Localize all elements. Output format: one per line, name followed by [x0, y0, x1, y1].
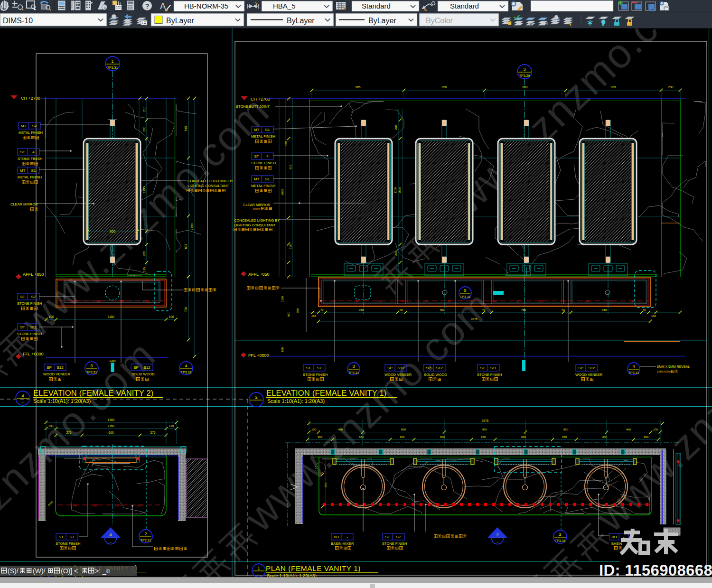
svg-text:100: 100: [653, 428, 658, 431]
svg-text:200: 200: [394, 251, 397, 256]
svg-text:WOOD VENEER: WOOD VENEER: [43, 372, 71, 376]
svg-text:850: 850: [563, 428, 569, 431]
svg-text:BH: BH: [334, 535, 339, 539]
svg-text:LED: LED: [137, 504, 142, 507]
svg-text:AFFL +850: AFFL +850: [23, 272, 44, 277]
svg-text:275: 275: [66, 431, 72, 434]
svg-text:CH +2700: CH +2700: [21, 96, 40, 101]
svg-text:METAL FINISH: METAL FINISH: [18, 175, 42, 179]
svg-text:ELEVATION (FEMALE VANITY 2): ELEVATION (FEMALE VANITY 2): [33, 389, 154, 397]
svg-text:780: 780: [521, 308, 526, 311]
svg-text:S12: S12: [56, 365, 64, 370]
svg-text:3475: 3475: [471, 317, 478, 320]
svg-text:3675: 3675: [482, 419, 489, 422]
svg-text:1360: 1360: [108, 418, 115, 421]
svg-text:ByColor: ByColor: [426, 17, 453, 25]
svg-text:4: 4: [21, 393, 24, 398]
svg-text:2700: 2700: [190, 223, 194, 230]
svg-text:S11: S11: [490, 366, 497, 370]
svg-text:2: 2: [496, 532, 498, 537]
svg-text:S11: S11: [30, 325, 37, 329]
svg-text:1: 1: [257, 566, 260, 570]
svg-text:600: 600: [109, 431, 114, 434]
svg-text:STONE FINISH: STONE FINISH: [17, 301, 42, 306]
svg-text:780: 780: [440, 308, 445, 311]
svg-text:70: 70: [562, 308, 565, 311]
svg-text:Standard: Standard: [450, 2, 479, 10]
svg-text:135: 135: [143, 267, 146, 272]
svg-text:615: 615: [289, 244, 292, 249]
svg-text:TP3.31: TP3.31: [460, 295, 471, 299]
svg-text:PLAN (FEMALE VANITY 1): PLAN (FEMALE VANITY 1): [266, 564, 361, 572]
svg-text:250: 250: [400, 436, 405, 439]
svg-text:260: 260: [318, 436, 323, 439]
svg-text:ID: 1156908668: ID: 1156908668: [599, 561, 712, 579]
svg-text:TP3.29: TP3.29: [519, 74, 530, 77]
svg-text:S7: S7: [70, 535, 75, 539]
svg-text:(O)] <: (O)] <: [61, 567, 78, 575]
svg-text:(W)/: (W)/: [33, 567, 46, 575]
svg-text:HB-NORM-35: HB-NORM-35: [184, 2, 228, 10]
svg-text:100: 100: [651, 315, 656, 317]
svg-text:>: _e: >: _e: [95, 567, 110, 575]
svg-text:LED: LED: [143, 300, 149, 303]
svg-text:1: 1: [111, 59, 113, 64]
svg-text:SP: SP: [426, 366, 431, 370]
svg-text:S2: S2: [32, 124, 37, 128]
svg-text:SP: SP: [133, 365, 139, 370]
svg-text:CLEAR MIRROR: CLEAR MIRROR: [243, 203, 271, 207]
svg-text:WOOD VENEER: WOOD VENEER: [575, 373, 603, 377]
svg-text:STONE BUTT JOINT: STONE BUTT JOINT: [236, 104, 270, 109]
svg-text:LED: LED: [115, 504, 121, 507]
svg-text:AFFL +850: AFFL +850: [248, 272, 269, 277]
svg-text:420: 420: [284, 141, 287, 146]
svg-text:850: 850: [523, 85, 528, 89]
svg-text:CONCEALED LIGHTING BY: CONCEALED LIGHTING BY: [187, 179, 233, 183]
svg-text:LED: LED: [377, 300, 383, 303]
svg-text:SOLID WOOD: SOLID WOOD: [131, 372, 155, 376]
svg-text:ST: ST: [254, 154, 259, 159]
svg-text:5MM X 5MM REVEAL: 5MM X 5MM REVEAL: [657, 365, 690, 368]
svg-text:210: 210: [142, 106, 146, 112]
svg-text:200: 200: [394, 125, 397, 130]
svg-text:STONE FINISH: STONE FINISH: [18, 157, 42, 161]
svg-text:Standard: Standard: [362, 2, 391, 10]
svg-text:ST: ST: [480, 366, 485, 370]
svg-text:MT: MT: [21, 124, 27, 128]
svg-text:STONE FINISH: STONE FINISH: [56, 541, 80, 546]
svg-text:600: 600: [359, 436, 364, 439]
svg-text:615: 615: [184, 126, 187, 131]
svg-text:FFL +0000: FFL +0000: [23, 352, 43, 356]
svg-text:Scale 1:10(A1): 1:20(A3): Scale 1:10(A1): 1:20(A3): [267, 398, 325, 404]
svg-text:S7: S7: [396, 535, 401, 539]
svg-text:LED: LED: [469, 300, 475, 303]
svg-text:S1: S1: [265, 128, 270, 132]
svg-text:WOOD VENEER: WOOD VENEER: [384, 373, 412, 377]
svg-text:200: 200: [142, 126, 146, 131]
svg-text:985: 985: [356, 85, 361, 89]
svg-text:100: 100: [48, 424, 54, 428]
svg-text:FFL +0000: FFL +0000: [248, 353, 269, 358]
svg-text:3: 3: [352, 364, 355, 369]
svg-text:615: 615: [289, 164, 292, 169]
svg-text:460: 460: [338, 428, 343, 431]
svg-text:850: 850: [401, 428, 406, 431]
svg-text:S12: S12: [143, 365, 150, 370]
svg-text:985: 985: [611, 85, 616, 89]
svg-text:SP: SP: [47, 365, 52, 370]
svg-text:METAL FINISH: METAL FINISH: [19, 131, 43, 135]
svg-text:275: 275: [150, 431, 156, 434]
svg-text:LED: LED: [400, 300, 405, 303]
svg-text:-: -: [110, 540, 112, 544]
svg-text:S12: S12: [397, 366, 404, 370]
svg-text:780: 780: [602, 308, 607, 311]
svg-text:4: 4: [632, 364, 635, 369]
svg-text:70: 70: [320, 308, 324, 311]
svg-text:100: 100: [49, 315, 54, 318]
svg-text:ByLayer: ByLayer: [287, 17, 315, 25]
svg-text:Scale 1:10(A1): 1:20(A3): Scale 1:10(A1): 1:20(A3): [33, 398, 91, 404]
svg-text:1150: 1150: [108, 424, 114, 428]
svg-text:700: 700: [296, 308, 299, 313]
svg-text:850: 850: [287, 311, 290, 317]
svg-text:-: -: [497, 540, 498, 544]
